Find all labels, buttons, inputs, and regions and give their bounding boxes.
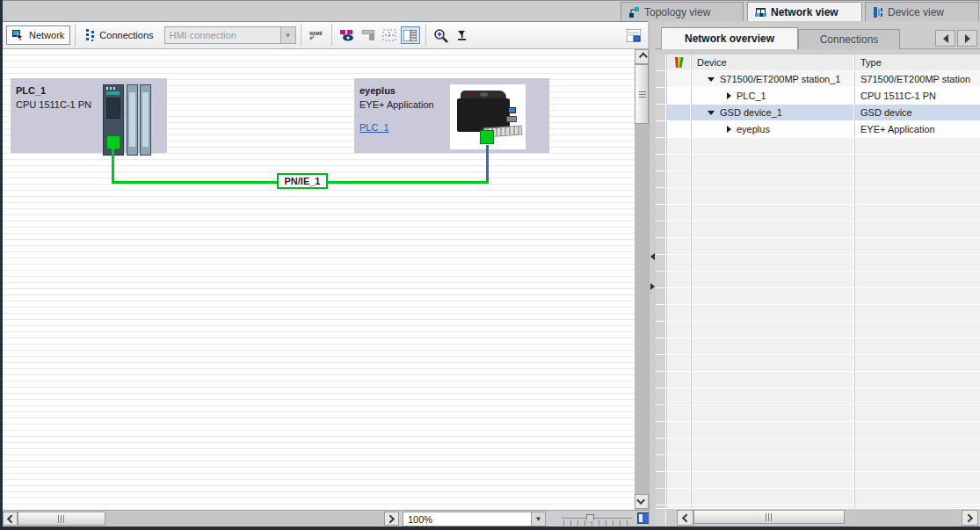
relabel-name-icon: NAME⤶: [309, 32, 323, 40]
network-mode-button[interactable]: Network: [6, 25, 70, 45]
fit-to-view-button[interactable]: [453, 26, 472, 44]
empty-row: [656, 489, 980, 505]
plc-node-name: PLC_1: [16, 85, 46, 96]
collapse-icon[interactable]: [708, 77, 715, 82]
subnet-label[interactable]: PN/IE_1: [277, 173, 328, 189]
empty-row: [656, 472, 980, 489]
plc-cpu-module: [103, 84, 124, 156]
gsd-assigned-plc-link[interactable]: PLC_1: [359, 122, 389, 133]
scrollbar-corner: [656, 510, 666, 526]
highlight-io-icon: [362, 30, 374, 41]
tab-scroll-right-button[interactable]: [957, 30, 977, 47]
dropdown-arrow-icon[interactable]: ▼: [280, 27, 295, 43]
empty-row: [656, 322, 980, 338]
tab-topology-view[interactable]: Topology view: [621, 2, 744, 21]
scroll-left-button[interactable]: [3, 512, 18, 526]
zoom-slider-ticks: [563, 520, 630, 526]
vertical-scroll-thumb[interactable]: [635, 64, 649, 124]
window-border-top: [0, 0, 980, 1]
splitter-collapse-right-icon[interactable]: [650, 283, 655, 290]
zoom-level-dropdown[interactable]: 100% ▼: [403, 512, 546, 526]
toolbar-separator: [75, 25, 76, 46]
tab-label: Network overview: [685, 33, 774, 45]
scroll-up-button[interactable]: [635, 49, 649, 64]
empty-row: [656, 272, 980, 288]
connection-line-blue[interactable]: [486, 145, 489, 182]
panel-horizontal-scrollbar[interactable]: [656, 508, 980, 526]
tab-network-overview[interactable]: Network overview: [661, 27, 798, 49]
collapse-panel-button[interactable]: [624, 26, 643, 44]
show-address-icon: [339, 29, 355, 41]
plc-device-image[interactable]: [103, 84, 151, 156]
tab-connections[interactable]: Connections: [798, 29, 900, 49]
empty-row: [656, 171, 980, 188]
table-row[interactable]: PLC_1 CPU 1511C-1 PN: [656, 88, 980, 105]
column-header-device[interactable]: Device: [692, 54, 854, 70]
gsd-device-image[interactable]: [450, 84, 526, 149]
connection-type-dropdown[interactable]: HMI connection ▼: [164, 26, 296, 44]
tab-scroll-left-button[interactable]: [935, 30, 955, 47]
empty-row: [656, 422, 980, 439]
splitter-collapse-left-icon[interactable]: [650, 253, 655, 260]
table-row[interactable]: S71500/ET200MP station_1 S71500/ET200MP …: [656, 71, 980, 88]
zoom-dropdown-arrow-icon[interactable]: ▼: [531, 512, 545, 526]
connection-type-value: HMI connection: [165, 30, 280, 40]
device-filter-cell[interactable]: [667, 54, 691, 70]
plc-profinet-port[interactable]: [106, 135, 120, 149]
expand-icon[interactable]: [727, 92, 731, 99]
tab-label: Connections: [820, 33, 879, 46]
empty-row: [656, 305, 980, 322]
highlight-io-button[interactable]: [359, 26, 378, 44]
show-address-button[interactable]: [338, 26, 357, 44]
connections-mode-label: Connections: [99, 30, 153, 40]
expand-icon[interactable]: [727, 126, 731, 133]
zoom-tool-button[interactable]: [432, 26, 451, 44]
tab-device-view[interactable]: Device view: [865, 2, 979, 21]
connections-mode-button[interactable]: Connections: [80, 25, 158, 45]
scroll-right-button[interactable]: [962, 510, 978, 526]
horizontal-scroll-track[interactable]: [105, 512, 384, 526]
empty-row: [656, 455, 980, 472]
topology-view-icon: [628, 7, 640, 18]
relabel-name-button[interactable]: NAME⤶: [307, 26, 326, 44]
empty-row: [656, 288, 980, 305]
page-break-grid-icon: [382, 29, 396, 41]
empty-row: [656, 338, 980, 355]
connection-line-green-vertical[interactable]: [112, 149, 114, 182]
device-type: CPU 1511C-1 PN: [860, 91, 936, 101]
canvas-vertical-scrollbar[interactable]: [635, 49, 649, 510]
empty-row: [656, 372, 980, 388]
table-row[interactable]: eyeplus EYE+ Application: [656, 121, 980, 138]
empty-row: [656, 188, 980, 205]
scroll-left-button[interactable]: [677, 510, 693, 526]
scroll-right-button[interactable]: [384, 512, 399, 526]
zoom-slider-track[interactable]: [562, 518, 632, 519]
row-selector-cell: [656, 54, 666, 70]
network-mode-label: Network: [29, 30, 64, 40]
device-name: S71500/ET200MP station_1: [720, 74, 840, 84]
device-type: S71500/ET200MP station: [860, 74, 970, 84]
network-view-icon: [755, 7, 766, 18]
pane-splitter[interactable]: [649, 21, 656, 526]
page-break-grid-button[interactable]: [380, 26, 399, 44]
empty-row: [656, 155, 980, 171]
empty-row: [656, 405, 980, 422]
split-pane-button[interactable]: [401, 26, 420, 44]
gsd-profinet-port[interactable]: [480, 130, 494, 144]
table-row[interactable]: GSD device_1 GSD device: [656, 105, 980, 121]
column-header-type[interactable]: Type: [855, 54, 980, 70]
toolbar-separator: [331, 25, 332, 46]
horizontal-scroll-track[interactable]: [845, 510, 962, 526]
empty-row: [656, 221, 980, 238]
collapse-icon[interactable]: [708, 111, 715, 115]
horizontal-scroll-thumb[interactable]: [18, 512, 105, 526]
tab-label: Topology view: [644, 6, 710, 18]
scroll-down-button[interactable]: [635, 494, 649, 509]
network-canvas[interactable]: PLC_1 CPU 1511C-1 PN eyeplus EYE+ Applic…: [3, 49, 635, 510]
network-toolbar: Network Connections HMI connection ▼ NAM…: [3, 21, 648, 49]
subnet-label-text: PN/IE_1: [285, 176, 321, 186]
horizontal-scroll-thumb[interactable]: [693, 510, 845, 524]
tab-network-view[interactable]: Network view: [747, 2, 862, 21]
empty-row: [656, 138, 980, 155]
device-type: EYE+ Application: [860, 124, 935, 134]
